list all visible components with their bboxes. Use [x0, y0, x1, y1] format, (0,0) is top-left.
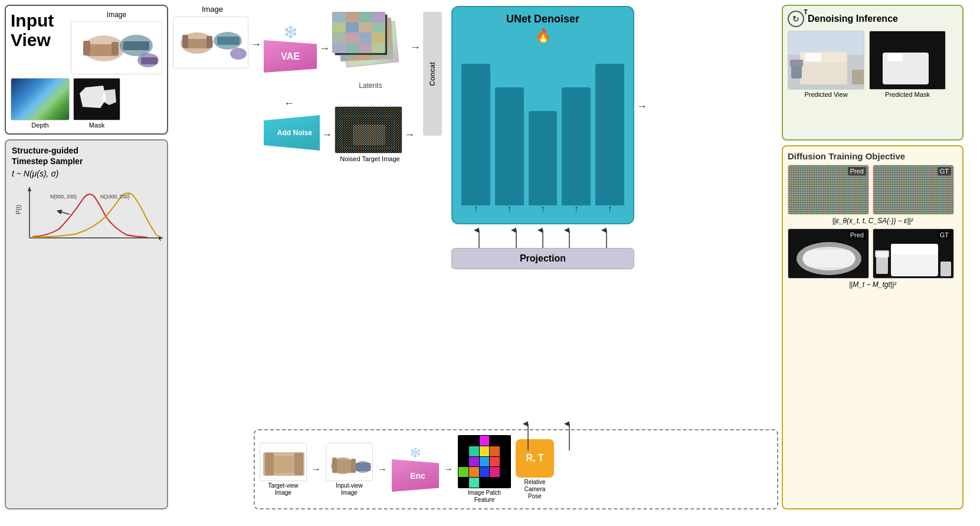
pred-noise-img: Pred: [788, 165, 869, 215]
svg-rect-25: [207, 36, 212, 48]
predicted-mask-container: Predicted Mask: [869, 31, 946, 98]
arrow-unet-out: →: [637, 100, 647, 113]
arrow-add-noise-out: →: [322, 129, 332, 141]
svg-rect-107: [940, 262, 951, 276]
svg-rect-45: [372, 43, 385, 53]
input-view-section: Input View Image: [5, 5, 168, 135]
unet-col-1: ↑: [461, 64, 490, 205]
svg-rect-3: [83, 41, 90, 55]
svg-rect-42: [333, 43, 346, 53]
image-label-top: Image: [174, 5, 251, 14]
svg-point-28: [230, 48, 247, 60]
unet-col-2: ↑: [495, 87, 524, 205]
svg-rect-32: [359, 12, 372, 22]
arrow-sg-to-add-noise: ↑: [283, 101, 295, 106]
target-view-image: [260, 443, 307, 481]
svg-rect-41: [372, 32, 385, 43]
fire-icon: 🔥: [535, 28, 551, 44]
concat-bar: Concat: [423, 12, 442, 136]
right-panel: ↻ T Denoising Inference: [779, 0, 968, 514]
rt-block: R, T: [516, 439, 554, 478]
svg-rect-4: [112, 42, 119, 55]
svg-rect-65: [265, 453, 274, 475]
patch-feature-label: Image Patch Feature: [468, 489, 501, 504]
formula-1: ||ε_θ(x_t, t, C_SA(·)) − ε||²: [788, 217, 958, 225]
target-view-label: Target-view Image: [268, 482, 298, 496]
svg-line-18: [59, 211, 70, 214]
svg-rect-27: [217, 37, 240, 45]
latents-container: Latents: [332, 12, 409, 89]
patch-feature-container: Image Patch Feature: [458, 435, 511, 504]
svg-rect-70: [332, 458, 337, 473]
latent-layer-top: [332, 12, 385, 53]
add-noise-block: Add Noise: [264, 115, 320, 151]
input-view-image: [326, 443, 373, 481]
vae-block: VAE: [264, 40, 317, 73]
enc-container: ❄️ Enc: [392, 447, 439, 492]
add-noise-label: Add Noise: [277, 129, 312, 137]
cycle-icon: ↻: [792, 14, 799, 24]
svg-rect-44: [359, 43, 372, 53]
projection-label: Projection: [520, 253, 566, 264]
svg-rect-39: [346, 32, 359, 43]
t-superscript: T: [804, 8, 808, 15]
svg-rect-37: [372, 22, 385, 32]
main-layout: Input View Image: [0, 0, 968, 514]
svg-rect-73: [356, 463, 371, 471]
noised-target-container: Noised Target Image: [335, 106, 405, 162]
gt-noise-img: GT: [873, 165, 954, 215]
enc-label: Enc: [405, 471, 425, 481]
arrow-input-to-enc: →: [378, 464, 387, 475]
predicted-view-image: [788, 31, 864, 90]
svg-rect-43: [346, 43, 359, 53]
svg-rect-82: [790, 60, 803, 67]
svg-rect-104: [891, 244, 938, 254]
input-view-img-container: Input-view Image: [326, 443, 373, 496]
gt-label-1: GT: [938, 167, 951, 175]
diffusion-title: Diffusion Training Objective: [788, 151, 958, 161]
training-row-2: Pred GT: [788, 228, 958, 279]
svg-rect-101: [803, 250, 855, 267]
svg-rect-86: [887, 54, 903, 61]
svg-rect-31: [346, 12, 359, 22]
predicted-view-label: Predicted View: [804, 91, 847, 98]
input-image: [71, 21, 162, 74]
svg-rect-6: [123, 41, 149, 50]
gt-label-2: GT: [938, 231, 951, 239]
mask-image: [73, 78, 120, 120]
arrow-to-concat: →: [410, 41, 421, 54]
pred-mask-training-img: Pred: [788, 228, 869, 279]
svg-rect-38: [333, 32, 346, 43]
latents-label: Latents: [332, 81, 409, 90]
rt-container: R, T Relative Camera Pose: [516, 439, 554, 500]
arrow-to-latents: →: [319, 43, 330, 55]
svg-rect-40: [359, 32, 372, 43]
svg-marker-16: [28, 187, 31, 191]
snowflake-icon: ❄️: [264, 25, 317, 39]
input-view-title: Input View: [11, 11, 67, 50]
arrow-noised-to-concat: →: [404, 129, 415, 141]
target-view-container: Target-view Image: [260, 443, 307, 496]
formula-2: ||M_t − M_tgt||²: [788, 280, 958, 289]
training-row-1: Pred GT: [788, 165, 958, 215]
concat-label: Concat: [428, 62, 437, 86]
enc-block: Enc: [392, 459, 439, 492]
depth-image: [11, 78, 70, 120]
unet-container: UNet Denoiser 🔥 ↑ ↑ ↑ ↑: [451, 6, 634, 242]
arrow-target-to-enc: →: [312, 464, 321, 475]
unet-columns: ↑ ↑ ↑ ↑ ↑: [461, 46, 624, 205]
svg-text:N(500, 200): N(500, 200): [50, 194, 77, 200]
cycle-icon-circle: ↻ T: [788, 11, 804, 27]
arrow-to-vae: →: [251, 38, 261, 51]
svg-rect-24: [182, 35, 188, 48]
unet-col-3: ↑: [529, 111, 558, 205]
depth-label: Depth: [31, 122, 48, 129]
svg-rect-106: [875, 250, 889, 257]
middle-area: Image → ❄️ VAE →: [168, 0, 779, 514]
sg-formula: t ~ N(μ(s), σ): [12, 169, 161, 178]
svg-rect-80: [805, 53, 821, 61]
patch-grid: [458, 435, 511, 488]
svg-text:N(1000, 200): N(1000, 200): [100, 194, 130, 200]
noised-target-image: [335, 106, 402, 153]
image-top-label: Image: [71, 11, 162, 19]
